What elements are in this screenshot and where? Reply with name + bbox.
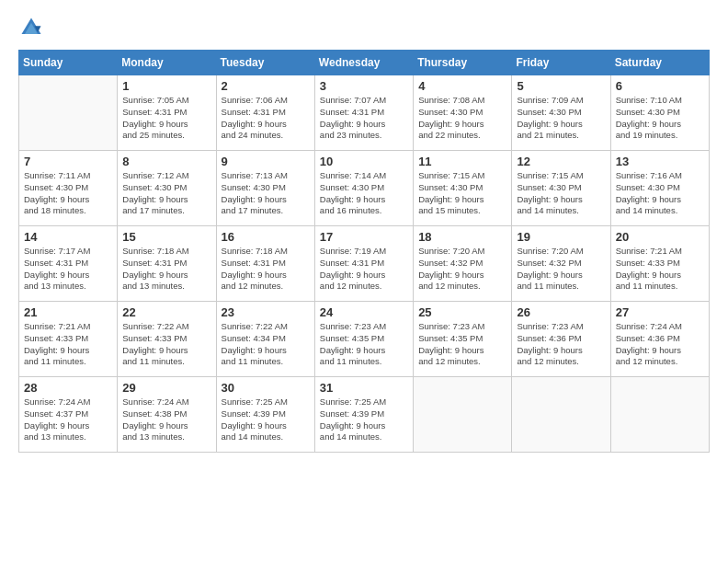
cell-info-line: Sunrise: 7:24 AM	[616, 321, 704, 333]
calendar-cell	[512, 377, 610, 453]
cell-info-line: Daylight: 9 hours	[320, 420, 408, 432]
cell-info-line: and 14 minutes.	[517, 205, 605, 217]
cell-info-line: and 13 minutes.	[24, 281, 112, 293]
header-cell-friday: Friday	[512, 51, 610, 75]
cell-info-line: Sunset: 4:31 PM	[24, 258, 112, 270]
cell-info-line: Sunset: 4:30 PM	[517, 182, 605, 194]
cell-info-line: Daylight: 9 hours	[24, 420, 112, 432]
cell-info-line: Sunset: 4:32 PM	[517, 258, 605, 270]
cell-info-line: Daylight: 9 hours	[418, 119, 506, 131]
calendar-body: 1Sunrise: 7:05 AMSunset: 4:31 PMDaylight…	[19, 75, 710, 453]
day-number: 23	[222, 305, 310, 319]
cell-info-line: Sunrise: 7:22 AM	[222, 321, 310, 333]
day-number: 7	[24, 155, 112, 168]
calendar-cell	[19, 75, 118, 151]
day-number: 26	[517, 305, 605, 319]
calendar-cell: 23Sunrise: 7:22 AMSunset: 4:34 PMDayligh…	[216, 302, 314, 377]
cell-info-line: Daylight: 9 hours	[418, 194, 506, 206]
cell-info-line: Daylight: 9 hours	[517, 270, 605, 282]
cell-info-line: Daylight: 9 hours	[222, 420, 310, 432]
day-number: 18	[418, 230, 506, 244]
calendar-cell: 4Sunrise: 7:08 AMSunset: 4:30 PMDaylight…	[414, 75, 512, 151]
calendar-cell: 8Sunrise: 7:12 AMSunset: 4:30 PMDaylight…	[118, 151, 216, 226]
calendar-cell: 14Sunrise: 7:17 AMSunset: 4:31 PMDayligh…	[19, 226, 118, 302]
cell-info-line: Sunset: 4:33 PM	[24, 333, 112, 345]
cell-info-line: Daylight: 9 hours	[418, 270, 506, 282]
cell-info-line: and 11 minutes.	[122, 356, 210, 368]
calendar-cell: 9Sunrise: 7:13 AMSunset: 4:30 PMDaylight…	[216, 151, 314, 226]
cell-info-line: and 17 minutes.	[122, 205, 210, 217]
day-number: 12	[517, 155, 605, 168]
day-number: 13	[616, 155, 704, 168]
cell-info-line: Sunset: 4:33 PM	[616, 258, 704, 270]
cell-info-line: Daylight: 9 hours	[122, 194, 210, 206]
cell-info-line: Sunset: 4:30 PM	[517, 107, 605, 119]
cell-info-line: Sunrise: 7:25 AM	[320, 396, 408, 408]
cell-info-line: Sunrise: 7:07 AM	[320, 95, 408, 107]
day-number: 6	[616, 79, 704, 93]
cell-info-line: Sunset: 4:32 PM	[418, 258, 506, 270]
cell-info-line: Sunrise: 7:21 AM	[24, 321, 112, 333]
cell-info-line: Daylight: 9 hours	[320, 119, 408, 131]
cell-info-line: Daylight: 9 hours	[222, 194, 310, 206]
cell-info-line: and 16 minutes.	[320, 205, 408, 217]
cell-info-line: Sunrise: 7:25 AM	[222, 396, 310, 408]
day-number: 14	[24, 230, 112, 244]
calendar-cell: 28Sunrise: 7:24 AMSunset: 4:37 PMDayligh…	[19, 377, 118, 453]
cell-info-line: Daylight: 9 hours	[222, 345, 310, 357]
cell-info-line: and 23 minutes.	[320, 130, 408, 142]
cell-info-line: and 11 minutes.	[222, 356, 310, 368]
day-number: 27	[616, 305, 704, 319]
cell-info-line: and 15 minutes.	[418, 205, 506, 217]
cell-info-line: Daylight: 9 hours	[122, 270, 210, 282]
cell-info-line: and 24 minutes.	[222, 130, 310, 142]
day-number: 21	[24, 305, 112, 319]
calendar-cell: 13Sunrise: 7:16 AMSunset: 4:30 PMDayligh…	[610, 151, 709, 226]
cell-info-line: and 12 minutes.	[418, 356, 506, 368]
cell-info-line: Sunrise: 7:19 AM	[320, 246, 408, 258]
cell-info-line: and 21 minutes.	[517, 130, 605, 142]
day-number: 15	[122, 230, 210, 244]
logo	[18, 15, 48, 40]
cell-info-line: Sunrise: 7:12 AM	[122, 170, 210, 182]
cell-info-line: and 12 minutes.	[517, 356, 605, 368]
day-number: 4	[418, 79, 506, 93]
cell-info-line: Sunrise: 7:08 AM	[418, 95, 506, 107]
calendar-cell: 25Sunrise: 7:23 AMSunset: 4:35 PMDayligh…	[414, 302, 512, 377]
calendar-week-row: 7Sunrise: 7:11 AMSunset: 4:30 PMDaylight…	[19, 151, 710, 226]
cell-info-line: and 11 minutes.	[24, 356, 112, 368]
cell-info-line: Sunrise: 7:14 AM	[320, 170, 408, 182]
cell-info-line: Daylight: 9 hours	[517, 194, 605, 206]
cell-info-line: Sunset: 4:31 PM	[222, 258, 310, 270]
cell-info-line: Sunset: 4:30 PM	[122, 182, 210, 194]
calendar-cell: 3Sunrise: 7:07 AMSunset: 4:31 PMDaylight…	[314, 75, 413, 151]
cell-info-line: Sunset: 4:37 PM	[24, 408, 112, 420]
cell-info-line: Sunset: 4:36 PM	[616, 333, 704, 345]
cell-info-line: Sunrise: 7:21 AM	[616, 246, 704, 258]
cell-info-line: Daylight: 9 hours	[616, 119, 704, 131]
cell-info-line: Sunrise: 7:24 AM	[24, 396, 112, 408]
cell-info-line: Daylight: 9 hours	[616, 270, 704, 282]
cell-info-line: Daylight: 9 hours	[320, 345, 408, 357]
cell-info-line: Daylight: 9 hours	[320, 194, 408, 206]
cell-info-line: Daylight: 9 hours	[320, 270, 408, 282]
day-number: 10	[320, 155, 408, 168]
calendar-cell: 5Sunrise: 7:09 AMSunset: 4:30 PMDaylight…	[512, 75, 610, 151]
day-number: 11	[418, 155, 506, 168]
cell-info-line: Sunset: 4:31 PM	[222, 107, 310, 119]
cell-info-line: Sunset: 4:36 PM	[517, 333, 605, 345]
cell-info-line: Sunrise: 7:20 AM	[418, 246, 506, 258]
cell-info-line: and 13 minutes.	[122, 431, 210, 443]
calendar-cell: 20Sunrise: 7:21 AMSunset: 4:33 PMDayligh…	[610, 226, 709, 302]
calendar-week-row: 14Sunrise: 7:17 AMSunset: 4:31 PMDayligh…	[19, 226, 710, 302]
cell-info-line: Sunrise: 7:18 AM	[222, 246, 310, 258]
calendar-cell: 6Sunrise: 7:10 AMSunset: 4:30 PMDaylight…	[610, 75, 709, 151]
calendar-cell: 15Sunrise: 7:18 AMSunset: 4:31 PMDayligh…	[118, 226, 216, 302]
cell-info-line: Sunset: 4:30 PM	[616, 107, 704, 119]
cell-info-line: and 12 minutes.	[320, 281, 408, 293]
cell-info-line: Sunrise: 7:22 AM	[122, 321, 210, 333]
calendar-week-row: 1Sunrise: 7:05 AMSunset: 4:31 PMDaylight…	[19, 75, 710, 151]
cell-info-line: Sunrise: 7:09 AM	[517, 95, 605, 107]
calendar-cell: 24Sunrise: 7:23 AMSunset: 4:35 PMDayligh…	[314, 302, 413, 377]
cell-info-line: Sunset: 4:31 PM	[122, 107, 210, 119]
